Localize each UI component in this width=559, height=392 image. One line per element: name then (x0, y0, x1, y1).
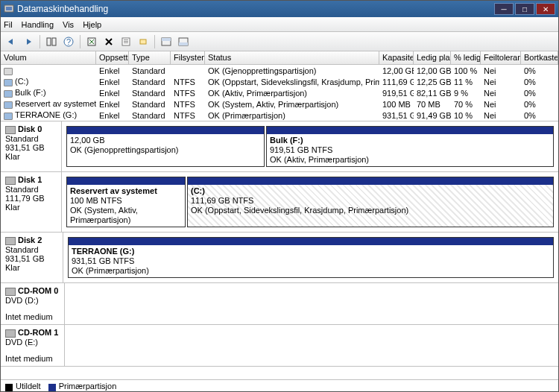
disk-partitions: 12,00 GBOK (Gjenopprettingspartisjon)Bul… (62, 121, 558, 171)
col-filesystem[interactable]: Filsystem (171, 51, 205, 64)
table-row[interactable]: Bulk (F:)EnkelStandardNTFSOK (Aktiv, Pri… (1, 87, 558, 98)
svg-text:?: ? (66, 37, 71, 46)
partition-box[interactable]: TERRAONE (G:)931,51 GB NTFSOK (Primærpar… (68, 237, 554, 278)
disk-row: Disk 0Standard931,51 GBKlar12,00 GBOK (G… (1, 121, 558, 172)
svg-rect-2 (47, 38, 51, 45)
col-fault[interactable]: Feiltoleranse (481, 51, 521, 64)
toolbar: ? (1, 32, 558, 51)
col-volume[interactable]: Volum (1, 51, 96, 64)
col-pctfree[interactable]: % ledig (451, 51, 481, 64)
menu-help[interactable]: Hjelp (83, 20, 101, 29)
table-row[interactable]: Reservert av systemetEnkelStandardNTFSOK… (1, 98, 558, 110)
menu-view[interactable]: Vis (63, 20, 74, 29)
col-type[interactable]: Type (129, 51, 171, 64)
maximize-button[interactable]: □ (515, 3, 534, 15)
legend: Utildelt Primærpartisjon (1, 379, 558, 392)
disk-partitions (65, 325, 558, 366)
disk-partitions: TERRAONE (G:)931,51 GB NTFSOK (Primærpar… (63, 233, 558, 282)
delete-button[interactable] (101, 34, 116, 49)
disk-info[interactable]: CD-ROM 0DVD (D:)Intet medium (1, 283, 65, 324)
disk-row: CD-ROM 0DVD (D:)Intet medium (1, 283, 558, 325)
menu-bar: Fil Handling Vis Hjelp (1, 17, 558, 32)
back-button[interactable] (4, 34, 19, 49)
window-title: Datamaskinbehandling (17, 4, 494, 14)
disk-row: CD-ROM 1DVD (E:)Intet medium (1, 325, 558, 367)
properties-button[interactable] (119, 34, 133, 49)
action-button[interactable] (136, 34, 151, 49)
minimize-button[interactable]: ─ (494, 3, 514, 15)
legend-primary: Primærpartisjon (48, 382, 117, 391)
menu-file[interactable]: Fil (4, 20, 13, 29)
volume-list-header: Volum Oppsett Type Filsystem Status Kapa… (1, 51, 558, 65)
disk-icon (5, 177, 16, 185)
disk-info[interactable]: CD-ROM 1DVD (E:)Intet medium (1, 325, 65, 366)
volume-icon (4, 90, 13, 98)
col-free[interactable]: Ledig plass (414, 51, 451, 64)
table-row[interactable]: EnkelStandardOK (Gjenopprettingspartisjo… (1, 65, 558, 76)
partition-box[interactable]: Bulk (F:)919,51 GB NTFSOK (Aktiv, Primær… (266, 126, 554, 167)
col-overhead[interactable]: Bortkastet (521, 51, 558, 64)
table-row[interactable]: (C:)EnkelStandardNTFSOK (Oppstart, Sidev… (1, 76, 558, 87)
title-bar: Datamaskinbehandling ─ □ ✕ (1, 1, 558, 17)
disk-row: Disk 2Standard931,51 GBKlarTERRAONE (G:)… (1, 233, 558, 283)
disk-info[interactable]: Disk 2Standard931,51 GBKlar (1, 233, 63, 282)
volume-icon (4, 113, 13, 120)
volume-icon (4, 101, 13, 109)
svg-rect-8 (124, 39, 128, 40)
menu-action[interactable]: Handling (22, 20, 54, 29)
svg-rect-9 (124, 41, 128, 42)
volume-list: EnkelStandardOK (Gjenopprettingspartisjo… (1, 65, 558, 121)
view-bottom-button[interactable] (176, 34, 191, 49)
disk-partitions: Reservert av systemet100 MB NTFSOK (Syst… (62, 172, 558, 232)
close-button[interactable]: ✕ (536, 3, 555, 15)
svg-rect-3 (52, 38, 56, 45)
disk-info[interactable]: Disk 1Standard111,79 GBKlar (1, 172, 62, 232)
col-status[interactable]: Status (205, 51, 379, 64)
disk-row: Disk 1Standard111,79 GBKlarReservert av … (1, 172, 558, 233)
svg-rect-15 (179, 42, 188, 45)
help-button[interactable]: ? (61, 34, 76, 49)
view-top-button[interactable] (159, 34, 174, 49)
disk-icon (5, 126, 16, 134)
table-row[interactable]: TERRAONE (G:)EnkelStandardNTFSOK (Primær… (1, 110, 558, 121)
app-icon (4, 4, 14, 14)
disk-partitions (65, 283, 558, 324)
partition-box[interactable]: (C:)111,69 GB NTFSOK (Oppstart, Sideveks… (187, 177, 554, 227)
svg-rect-13 (162, 38, 171, 41)
svg-rect-11 (140, 39, 146, 44)
partition-box[interactable]: 12,00 GBOK (Gjenopprettingspartisjon) (66, 126, 265, 167)
show-hide-tree-button[interactable] (44, 34, 59, 49)
cdrom-icon (5, 288, 16, 296)
col-capacity[interactable]: Kapasitet (379, 51, 414, 64)
svg-rect-1 (6, 7, 12, 10)
disk-info[interactable]: Disk 0Standard931,51 GBKlar (1, 121, 62, 171)
cdrom-icon (5, 329, 16, 338)
forward-button[interactable] (21, 34, 36, 49)
refresh-button[interactable] (84, 34, 99, 49)
svg-rect-10 (124, 42, 128, 43)
legend-unallocated: Utildelt (5, 382, 41, 391)
partition-box[interactable]: Reservert av systemet100 MB NTFSOK (Syst… (66, 177, 186, 227)
col-layout[interactable]: Oppsett (96, 51, 129, 64)
disk-icon (5, 237, 16, 245)
volume-icon (4, 79, 13, 86)
volume-icon (4, 68, 13, 75)
disk-graphical-view: Disk 0Standard931,51 GBKlar12,00 GBOK (G… (1, 121, 558, 367)
